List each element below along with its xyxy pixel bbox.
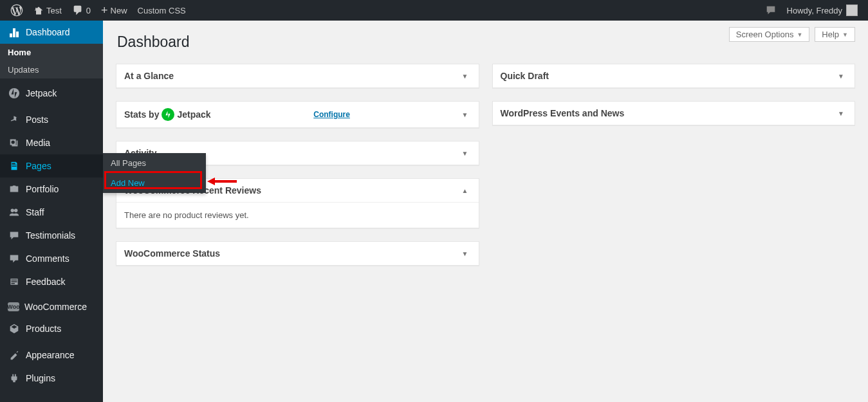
postbox-at-a-glance: At a Glance ▼ xyxy=(116,64,479,88)
postbox-header[interactable]: WordPress Events and News ▼ xyxy=(493,102,855,125)
portfolio-icon xyxy=(8,183,21,196)
testimonial-icon xyxy=(8,229,21,242)
toggle-icon[interactable]: ▼ xyxy=(459,250,471,257)
postbox-quick-draft: Quick Draft ▼ xyxy=(492,64,856,88)
avatar xyxy=(846,5,858,16)
toggle-icon[interactable]: ▲ xyxy=(459,187,471,194)
chevron-down-icon: ▼ xyxy=(797,32,802,38)
comments-icon xyxy=(8,252,21,265)
flyout-add-new[interactable]: Add New xyxy=(103,173,206,193)
new-label: New xyxy=(111,6,127,15)
jetpack-badge: Jetpack xyxy=(162,108,210,121)
admin-sidebar: Dashboard Home Updates Jetpack Posts Med… xyxy=(0,21,103,291)
menu-dashboard[interactable]: Dashboard xyxy=(0,21,103,44)
dashboard-col-right: Quick Draft ▼ WordPress Events and News … xyxy=(492,64,856,266)
svg-point-3 xyxy=(14,209,17,212)
postbox-woo-status: WooCommerce Status ▼ xyxy=(116,241,479,266)
content-wrap: Screen Options▼ Help▼ Dashboard At a Gla… xyxy=(103,0,868,291)
toggle-icon[interactable]: ▼ xyxy=(459,73,471,80)
submenu-updates[interactable]: Updates xyxy=(0,61,103,78)
menu-feedback[interactable]: Feedback xyxy=(0,270,103,291)
new-content-link[interactable]: + New xyxy=(96,0,133,21)
feedback-icon xyxy=(8,275,21,288)
groups-icon xyxy=(8,206,21,219)
toggle-icon[interactable]: ▼ xyxy=(459,111,471,118)
media-icon xyxy=(8,136,21,149)
dashboard-submenu: Home Updates xyxy=(0,44,103,78)
site-name-link[interactable]: Test xyxy=(28,0,67,21)
wp-logo[interactable] xyxy=(5,0,28,21)
screen-options-button[interactable]: Screen Options▼ xyxy=(729,27,810,42)
postbox-header[interactable]: Quick Draft ▼ xyxy=(493,64,855,87)
menu-testimonials[interactable]: Testimonials xyxy=(0,224,103,247)
comments-count: 0 xyxy=(86,6,91,15)
menu-posts[interactable]: Posts xyxy=(0,108,103,131)
site-name: Test xyxy=(46,6,62,15)
page-icon xyxy=(8,160,21,172)
postbox-header[interactable]: WooCommerce Status ▼ xyxy=(116,242,479,265)
pin-icon xyxy=(8,113,21,126)
svg-point-1 xyxy=(12,140,15,143)
toggle-icon[interactable]: ▼ xyxy=(835,73,847,80)
menu-jetpack[interactable]: Jetpack xyxy=(0,82,103,105)
svg-point-0 xyxy=(9,88,19,98)
admin-toolbar: Test 0 + New Custom CSS Howdy, Freddy xyxy=(0,0,868,21)
configure-link[interactable]: Configure xyxy=(313,110,350,119)
postbox-wp-events: WordPress Events and News ▼ xyxy=(492,101,856,125)
toggle-icon[interactable]: ▼ xyxy=(835,110,847,117)
menu-media[interactable]: Media xyxy=(0,131,103,154)
chevron-down-icon: ▼ xyxy=(842,32,848,38)
postbox-stats: Stats by Jetpack Configure ▼ xyxy=(116,101,479,128)
postbox-header[interactable]: At a Glance ▼ xyxy=(116,64,479,87)
flyout-all-pages[interactable]: All Pages xyxy=(103,153,206,173)
dashboard-icon xyxy=(8,26,21,39)
submenu-home[interactable]: Home xyxy=(0,44,103,61)
toggle-icon[interactable]: ▼ xyxy=(459,150,471,157)
menu-comments[interactable]: Comments xyxy=(0,247,103,270)
jetpack-icon xyxy=(8,87,21,100)
postbox-body: There are no product reviews yet. xyxy=(116,203,479,228)
menu-pages[interactable]: Pages All Pages Add New xyxy=(0,154,103,178)
notes-icon[interactable] xyxy=(760,0,782,21)
custom-css-link[interactable]: Custom CSS xyxy=(133,0,191,21)
postbox-header[interactable]: Stats by Jetpack Configure ▼ xyxy=(116,102,479,127)
menu-staff[interactable]: Staff xyxy=(0,201,103,224)
account-link[interactable]: Howdy, Freddy xyxy=(782,0,863,21)
menu-portfolio[interactable]: Portfolio xyxy=(0,178,103,201)
help-button[interactable]: Help▼ xyxy=(815,27,855,42)
howdy-text: Howdy, Freddy xyxy=(787,6,842,15)
svg-point-2 xyxy=(11,209,14,212)
contextual-tabs: Screen Options▼ Help▼ xyxy=(729,27,855,42)
pages-flyout: All Pages Add New xyxy=(103,153,206,193)
plus-icon: + xyxy=(101,5,108,16)
comments-link[interactable]: 0 xyxy=(67,0,96,21)
